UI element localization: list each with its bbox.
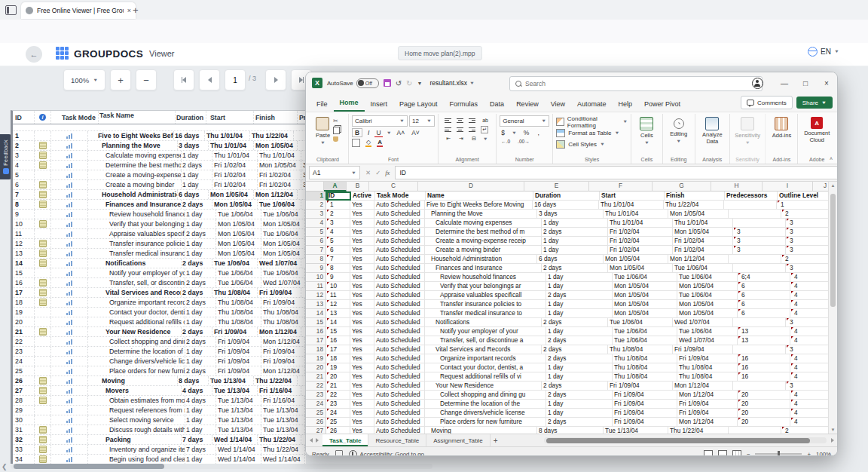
merge-center-icon[interactable]: ⊟ xyxy=(470,136,478,142)
macro-record-icon[interactable] xyxy=(335,450,343,456)
sensitivity-button[interactable]: Sensitivity▼ xyxy=(735,115,760,146)
cell-F14[interactable]: Mon 1/05/04 xyxy=(613,309,677,318)
cell-D3[interactable]: Planning the Move xyxy=(425,210,537,219)
cell-G22[interactable]: Mon 1/12/04 xyxy=(673,382,733,391)
cell-I24[interactable]: 4 xyxy=(790,400,828,409)
cell-A21[interactable]: 20 xyxy=(326,372,350,382)
cell-I15[interactable]: 3 xyxy=(786,318,828,327)
cell-C17[interactable]: Auto Scheduled xyxy=(374,336,425,345)
cell-D10[interactable]: Review household finances xyxy=(425,273,546,282)
cell-A14[interactable]: 13 xyxy=(326,309,350,318)
next-sheet-icon[interactable] xyxy=(316,438,319,443)
align-top-icon[interactable] xyxy=(445,117,451,124)
row-header-22[interactable]: 22 xyxy=(306,382,326,391)
cell-D9[interactable]: Finances and Insurance xyxy=(425,264,542,273)
row-header-26[interactable]: 26 xyxy=(306,418,326,427)
cell-G4[interactable]: Thu 1/01/04 xyxy=(673,219,733,228)
column-header-F[interactable]: F xyxy=(589,182,653,192)
cell-I16[interactable]: 4 xyxy=(790,327,828,336)
tab-file[interactable]: File xyxy=(310,97,334,112)
format-as-table-button[interactable]: Format as Table▼ xyxy=(556,128,619,138)
cell-H19[interactable]: 16 xyxy=(738,354,790,363)
cell-F22[interactable]: Fri 1/09/04 xyxy=(608,382,673,391)
format-painter-icon[interactable] xyxy=(333,136,338,142)
column-header-D[interactable]: D xyxy=(418,182,524,192)
cell-E15[interactable]: 2 days xyxy=(542,318,608,327)
cell-E18[interactable]: 2 days xyxy=(542,345,608,354)
cell-E8[interactable]: 6 days xyxy=(537,255,604,264)
page-break-view-icon[interactable] xyxy=(732,450,741,457)
cell-B10[interactable]: Yes xyxy=(350,273,374,282)
cell-F15[interactable]: Tue 1/06/04 xyxy=(608,318,673,327)
cell-H5[interactable]: 3 xyxy=(733,228,786,237)
cell-E14[interactable]: 1 day xyxy=(546,309,613,318)
cell-G7[interactable]: Fri 1/02/04 xyxy=(673,246,733,255)
account-avatar[interactable] xyxy=(752,78,763,89)
column-header-G[interactable]: G xyxy=(653,182,711,192)
cell-A9[interactable]: 8 xyxy=(326,264,350,273)
cell-C24[interactable]: Auto Scheduled xyxy=(374,400,425,409)
feedback-tab[interactable]: Feedback xyxy=(0,134,11,179)
zoom-select[interactable]: 100% ▼ xyxy=(63,69,105,90)
cell-A6[interactable]: 5 xyxy=(326,237,350,246)
cell-E21[interactable]: 1 day xyxy=(546,372,613,382)
comma-icon[interactable]: , xyxy=(536,129,540,136)
save-icon[interactable] xyxy=(384,79,391,87)
cell-F12[interactable]: Mon 1/05/04 xyxy=(613,291,677,300)
cell-A15[interactable]: 14 xyxy=(326,318,350,327)
cell-A7[interactable]: 6 xyxy=(326,246,350,255)
cell-C8[interactable]: Auto Scheduled xyxy=(374,255,425,264)
percent-icon[interactable]: % xyxy=(522,129,531,136)
cell-H9[interactable] xyxy=(733,264,786,273)
decrease-indent-icon[interactable]: ⇤ xyxy=(445,136,452,142)
minimize-button[interactable]: — xyxy=(774,72,795,93)
cell-A19[interactable]: 18 xyxy=(326,354,350,363)
cell-G18[interactable]: Fri 1/09/04 xyxy=(673,345,733,354)
borders-icon[interactable] xyxy=(352,139,360,147)
slider-thumb[interactable] xyxy=(778,451,780,457)
cell-F6[interactable]: Fri 1/02/04 xyxy=(608,237,673,246)
cell-C20[interactable]: Auto Scheduled xyxy=(374,363,425,372)
cell-F20[interactable]: Thu 1/08/04 xyxy=(613,363,677,372)
cell-styles-button[interactable]: Cell Styles▼ xyxy=(556,139,605,149)
tab-insert[interactable]: Insert xyxy=(365,97,394,112)
cell-I21[interactable]: 4 xyxy=(790,372,828,382)
bold-button[interactable]: B xyxy=(352,128,362,137)
column-header-B[interactable]: B xyxy=(347,182,369,192)
row-header-13[interactable]: 13 xyxy=(306,300,326,309)
maximize-button[interactable]: □ xyxy=(795,72,816,93)
workbook-name[interactable]: resultant.xlsx ▼ xyxy=(429,79,475,87)
viewer-back-button[interactable]: ← xyxy=(26,46,42,63)
cell-C19[interactable]: Auto Scheduled xyxy=(374,354,425,363)
cell-B14[interactable]: Yes xyxy=(350,309,374,318)
cell-C7[interactable]: Auto Scheduled xyxy=(374,246,425,255)
scrollbar-thumb[interactable] xyxy=(546,438,810,443)
zoom-out-button[interactable]: − xyxy=(136,69,157,90)
wrap-text-icon[interactable]: ↵ xyxy=(481,126,488,133)
cell-B5[interactable]: Yes xyxy=(350,228,374,237)
cell-C13[interactable]: Auto Scheduled xyxy=(374,300,425,309)
cell-A5[interactable]: 4 xyxy=(326,228,350,237)
cell-C9[interactable]: Auto Scheduled xyxy=(374,264,425,273)
cell-G1[interactable]: Finish xyxy=(665,192,725,201)
tab-formulas[interactable]: Formulas xyxy=(444,97,484,112)
cell-I4[interactable]: 3 xyxy=(786,219,828,228)
font-size-select[interactable]: 12▼ xyxy=(409,115,435,127)
cell-C27[interactable]: Auto Scheduled xyxy=(374,427,425,434)
cell-H23[interactable]: 20 xyxy=(738,391,790,400)
cell-B23[interactable]: Yes xyxy=(350,391,374,400)
cell-I6[interactable]: 3 xyxy=(786,237,828,246)
italic-button[interactable]: I xyxy=(366,129,371,136)
cell-H26[interactable]: 20 xyxy=(738,418,790,427)
cell-H11[interactable]: 6 xyxy=(738,282,790,291)
cell-B27[interactable]: Yes xyxy=(350,427,374,434)
cell-E19[interactable]: 2 days xyxy=(546,354,613,363)
cell-H12[interactable]: 6 xyxy=(738,291,790,300)
cell-B21[interactable]: Yes xyxy=(350,372,374,382)
row-header-24[interactable]: 24 xyxy=(306,400,326,409)
first-page-button[interactable] xyxy=(173,69,194,90)
document-cloud-button[interactable]: ADocument Cloud xyxy=(801,115,833,143)
row-header-12[interactable]: 12 xyxy=(306,291,326,300)
cell-E17[interactable]: 2 days xyxy=(546,336,613,345)
font-color-icon[interactable]: A xyxy=(377,139,383,147)
